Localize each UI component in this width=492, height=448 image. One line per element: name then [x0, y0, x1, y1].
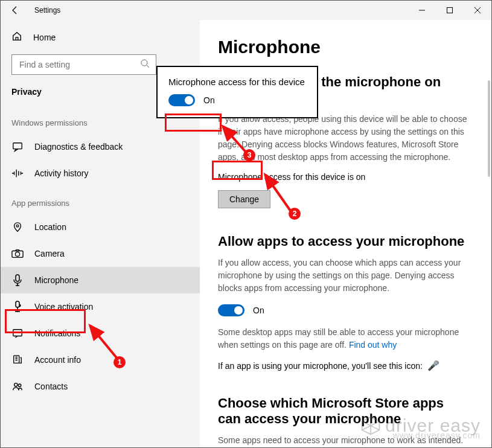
- sidebar-item-contacts[interactable]: Contacts: [1, 373, 200, 400]
- section1-desc: If you allow access, people using this d…: [218, 113, 467, 164]
- scrollbar[interactable]: [488, 80, 490, 177]
- location-icon: [11, 221, 24, 233]
- section-app-permissions: App permissions: [1, 187, 200, 214]
- sidebar-item-voice[interactable]: Voice activation: [1, 293, 200, 320]
- section1-status: Microphone access for this device is on: [218, 172, 467, 182]
- page-title: Microphone: [218, 37, 467, 57]
- sidebar-item-notifications[interactable]: Notifications: [1, 320, 200, 347]
- sidebar-item-label: Voice activation: [34, 302, 93, 312]
- activity-icon: [11, 167, 24, 179]
- feedback-icon: [11, 141, 24, 153]
- account-icon: [11, 354, 24, 366]
- icon-note-text: If an app is using your microphone, you'…: [218, 361, 423, 371]
- sidebar-item-label: Activity history: [34, 168, 88, 178]
- sidebar-item-activity[interactable]: Activity history: [1, 160, 200, 187]
- search-box[interactable]: [11, 54, 156, 75]
- section3-title: Choose which Microsoft Store apps can ac…: [218, 395, 467, 427]
- sidebar-item-label: Notifications: [34, 328, 80, 338]
- minimize-button[interactable]: [408, 1, 436, 20]
- sidebar-item-location[interactable]: Location: [1, 214, 200, 240]
- microphone-access-popup: Microphone access for this device On: [156, 66, 318, 118]
- microphone-icon: [11, 274, 24, 286]
- voice-icon: [11, 301, 24, 313]
- sidebar-item-label: Microphone: [34, 275, 78, 285]
- sidebar-home-label: Home: [33, 33, 56, 42]
- section2-desc: If you allow access, you can choose whic…: [218, 257, 467, 295]
- find-out-why-link[interactable]: Find out why: [349, 340, 397, 350]
- contacts-icon: [11, 380, 24, 392]
- sidebar-item-microphone[interactable]: Microphone: [1, 267, 200, 293]
- search-icon: [140, 59, 150, 71]
- maximize-button[interactable]: [436, 1, 464, 20]
- popup-title: Microphone access for this device: [168, 77, 306, 87]
- section3-desc: Some apps need to access your microphone…: [218, 434, 467, 448]
- svg-rect-6: [16, 275, 19, 281]
- sidebar-item-label: Camera: [34, 249, 65, 258]
- window-title: Settings: [34, 6, 60, 14]
- change-button[interactable]: Change: [218, 190, 270, 208]
- microphone-status-icon: 🎤: [427, 360, 439, 371]
- camera-icon: [11, 248, 24, 260]
- svg-rect-0: [447, 8, 453, 13]
- section2-icon-note: If an app is using your microphone, you'…: [218, 360, 467, 371]
- sidebar-item-camera[interactable]: Camera: [1, 240, 200, 267]
- titlebar: Settings: [1, 1, 491, 20]
- back-button[interactable]: [1, 1, 30, 20]
- allow-apps-toggle[interactable]: [218, 304, 244, 316]
- svg-rect-8: [13, 330, 22, 336]
- svg-point-1: [141, 60, 147, 66]
- note-text: Some desktop apps may still be able to a…: [218, 327, 459, 350]
- search-input[interactable]: [18, 59, 140, 70]
- device-access-toggle[interactable]: [168, 94, 195, 106]
- svg-point-10: [14, 383, 18, 386]
- svg-point-3: [16, 225, 19, 227]
- home-icon: [11, 31, 22, 43]
- svg-rect-7: [16, 301, 19, 307]
- svg-rect-9: [14, 356, 19, 363]
- svg-point-5: [15, 252, 19, 256]
- notifications-icon: [11, 327, 24, 339]
- svg-rect-2: [13, 143, 22, 149]
- sidebar-item-diagnostics[interactable]: Diagnostics & feedback: [1, 133, 200, 160]
- sidebar-home[interactable]: Home: [1, 26, 200, 48]
- section2-note: Some desktop apps may still be able to a…: [218, 326, 467, 351]
- sidebar-item-account[interactable]: Account info: [1, 347, 200, 373]
- sidebar-item-label: Contacts: [34, 382, 68, 391]
- device-access-toggle-label: On: [203, 95, 215, 105]
- sidebar-item-label: Diagnostics & feedback: [34, 142, 123, 152]
- svg-point-11: [18, 384, 21, 387]
- sidebar-item-label: Account info: [34, 355, 81, 365]
- section2-title: Allow apps to access your microphone: [218, 234, 467, 249]
- close-button[interactable]: [464, 1, 491, 20]
- sidebar-item-label: Location: [34, 222, 66, 232]
- allow-apps-toggle-label: On: [253, 306, 264, 315]
